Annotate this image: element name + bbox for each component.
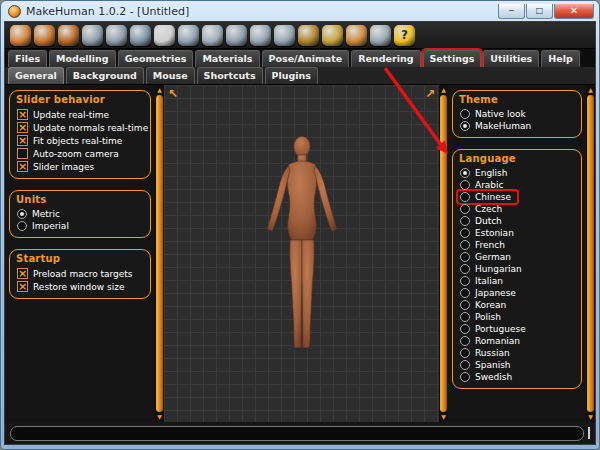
radio-label: Italian [475,276,503,286]
subtab-general[interactable]: General [8,67,64,84]
checkbox-preload-macro-targets[interactable]: Preload macro targets [15,267,146,280]
radio-label: Spanish [475,360,511,370]
subtab-shortcuts[interactable]: Shortcuts [197,67,263,84]
grab-screen-icon[interactable] [298,25,319,46]
radio-label: Estonian [475,228,514,238]
grid-icon[interactable] [178,25,199,46]
scrollbar-thumb[interactable] [440,95,447,412]
left-panel-scrollbar[interactable]: ▲ ▼ [155,85,164,422]
radio-language-italian[interactable]: Italian [458,275,577,287]
radio-language-portuguese[interactable]: Portuguese [458,323,577,335]
scrollbar-thumb[interactable] [156,95,163,412]
human-model[interactable] [257,132,346,354]
radio-label: Arabic [475,180,504,190]
checkbox-restore-window-size[interactable]: Restore window size [15,280,146,293]
globe-icon[interactable] [130,25,151,46]
subtab-label: Background [73,70,137,81]
scroll-down-icon[interactable]: ▼ [441,413,446,421]
wireframe-icon[interactable] [202,25,223,46]
main-tab-bar: Files Modelling Geometries Materials Pos… [5,49,595,67]
tab-modelling[interactable]: Modelling [49,50,116,67]
wings-icon[interactable] [322,25,343,46]
save-icon[interactable] [58,25,79,46]
radio-language-dutch[interactable]: Dutch [458,215,577,227]
subtab-mouse[interactable]: Mouse [146,67,195,84]
tab-settings[interactable]: Settings [423,50,482,67]
radio-language-swedish[interactable]: Swedish [458,371,577,383]
smooth-icon[interactable] [226,25,247,46]
scroll-up-icon[interactable]: ▲ [157,86,162,94]
language-group: Language English Arabic Chinese [452,149,582,389]
close-button[interactable]: ✕ [554,4,594,19]
scrollbar-thumb[interactable] [587,95,594,412]
radio-theme-native-look[interactable]: Native look [458,108,577,120]
radio-icon [460,109,470,119]
tab-pose-animate[interactable]: Pose/Animate [262,50,350,67]
radio-imperial[interactable]: Imperial [15,220,146,232]
viewport-3d[interactable]: ↖ ↗ [164,85,439,422]
tab-label: Utilities [490,53,532,64]
radio-icon [460,168,470,178]
radio-icon [460,228,470,238]
symmetry-right-icon[interactable] [274,25,295,46]
undo-icon[interactable] [82,25,103,46]
radio-language-french[interactable]: French [458,239,577,251]
new-file-icon[interactable] [10,25,31,46]
maximize-button[interactable]: □ [526,4,553,19]
right-panel-scrollbar[interactable]: ▲ ▼ [439,85,448,422]
radio-language-russian[interactable]: Russian [458,347,577,359]
radio-language-spanish[interactable]: Spanish [458,359,577,371]
radio-language-chinese[interactable]: Chinese [458,191,517,203]
radio-language-polish[interactable]: Polish [458,311,577,323]
radio-icon [460,240,470,250]
scroll-up-icon[interactable]: ▲ [588,86,593,94]
human-pose-icon[interactable] [346,25,367,46]
checkbox-update-real-time[interactable]: Update real-time [15,108,146,121]
checkbox-slider-images[interactable]: Slider images [15,160,146,173]
symmetry-left-icon[interactable] [250,25,271,46]
tab-label: Geometries [125,53,187,64]
checkbox-label: Preload macro targets [33,269,133,279]
radio-language-korean[interactable]: Korean [458,299,577,311]
radio-language-arabic[interactable]: Arabic [458,179,577,191]
radio-language-estonian[interactable]: Estonian [458,227,577,239]
tab-materials[interactable]: Materials [195,50,259,67]
tab-geometries[interactable]: Geometries [118,50,194,67]
tab-files[interactable]: Files [8,50,47,67]
radio-theme-makehuman[interactable]: MakeHuman [458,120,577,132]
tab-label: Settings [430,53,475,64]
checkbox-fit-objects-real-time[interactable]: Fit objects real-time [15,134,146,147]
tab-help[interactable]: Help [541,50,579,67]
redo-icon[interactable] [106,25,127,46]
background-icon[interactable] [154,25,175,46]
radio-language-english[interactable]: English [458,167,577,179]
radio-metric[interactable]: Metric [15,208,146,220]
scroll-down-icon[interactable]: ▼ [157,413,162,421]
tab-utilities[interactable]: Utilities [483,50,539,67]
tab-rendering[interactable]: Rendering [351,50,420,67]
radio-icon [17,221,27,231]
scroll-down-icon[interactable]: ▼ [588,413,593,421]
command-input[interactable] [10,426,584,441]
panel-edge-scrollbar[interactable]: ▲ ▼ [586,85,595,422]
subtab-background[interactable]: Background [66,67,144,84]
checkbox-auto-zoom-camera[interactable]: Auto-zoom camera [15,147,146,160]
scroll-up-icon[interactable]: ▲ [441,86,446,94]
camera-pan-ne-icon[interactable]: ↗ [425,87,435,101]
radio-language-romanian[interactable]: Romanian [458,335,577,347]
load-icon[interactable] [34,25,55,46]
camera-icon[interactable] [370,25,391,46]
camera-pan-nw-icon[interactable]: ↖ [168,87,178,101]
radio-label: Korean [475,300,506,310]
help-icon[interactable]: ? [394,25,415,46]
minimize-button[interactable]: ─ [498,4,525,19]
right-settings-panel: Theme Native look MakeHuman Language [448,85,586,422]
subtab-plugins[interactable]: Plugins [265,67,318,84]
radio-icon [460,288,470,298]
title-bar[interactable]: MakeHuman 1.0.2 - [Untitled] ─ □ ✕ [4,1,596,21]
radio-language-hungarian[interactable]: Hungarian [458,263,577,275]
radio-language-czech[interactable]: Czech [458,203,577,215]
checkbox-update-normals-real-time[interactable]: Update normals real-time [15,121,146,134]
radio-language-german[interactable]: German [458,251,577,263]
radio-language-japanese[interactable]: Japanese [458,287,577,299]
